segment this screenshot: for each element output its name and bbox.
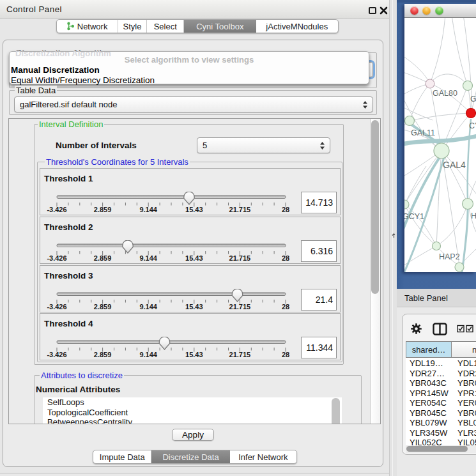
svg-text:28: 28 <box>282 303 289 311</box>
svg-text:21.715: 21.715 <box>229 254 251 262</box>
svg-text:2.859: 2.859 <box>94 206 112 213</box>
svg-text:9.144: 9.144 <box>139 254 157 262</box>
svg-text:9.144: 9.144 <box>139 351 157 358</box>
svg-text:9.144: 9.144 <box>139 206 157 213</box>
svg-text:15.43: 15.43 <box>185 254 203 262</box>
svg-text:15.43: 15.43 <box>185 303 203 311</box>
svg-text:2.859: 2.859 <box>94 254 112 262</box>
svg-text:15.43: 15.43 <box>185 206 203 213</box>
svg-text:2.859: 2.859 <box>94 351 112 358</box>
svg-text:-3.426: -3.426 <box>47 351 66 358</box>
svg-text:9.144: 9.144 <box>139 303 157 311</box>
svg-text:GAL80: GAL80 <box>433 89 457 98</box>
svg-text:28: 28 <box>282 351 289 358</box>
svg-text:GAL7: GAL7 <box>470 95 476 104</box>
svg-text:28: 28 <box>282 254 289 262</box>
svg-text:28: 28 <box>282 206 289 213</box>
svg-text:21.715: 21.715 <box>229 303 251 311</box>
svg-text:HAP2: HAP2 <box>439 252 460 261</box>
svg-text:-3.426: -3.426 <box>47 303 66 311</box>
svg-text:2.859: 2.859 <box>94 303 112 311</box>
svg-text:GAL11: GAL11 <box>411 128 435 137</box>
svg-text:-3.426: -3.426 <box>47 254 66 262</box>
svg-text:21.715: 21.715 <box>229 206 251 213</box>
svg-text:-3.426: -3.426 <box>47 206 66 213</box>
svg-text:HIS4: HIS4 <box>471 211 476 220</box>
svg-text:CYC: CYC <box>469 121 476 130</box>
svg-text:GAL4: GAL4 <box>443 160 466 170</box>
svg-text:GCY1: GCY1 <box>404 212 424 221</box>
svg-text:21.715: 21.715 <box>229 351 251 358</box>
svg-text:15.43: 15.43 <box>185 351 203 358</box>
